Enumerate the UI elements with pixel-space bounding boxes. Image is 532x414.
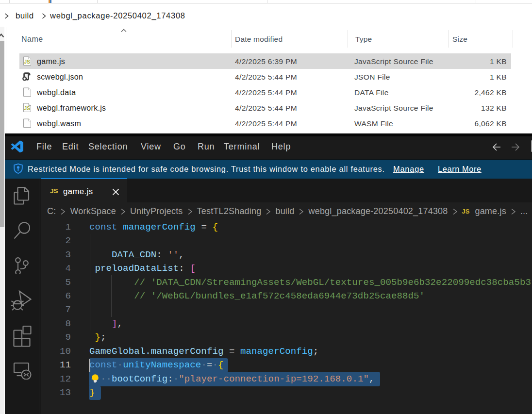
- svg-text:JS: JS: [24, 106, 31, 111]
- svg-text:JS: JS: [24, 59, 31, 65]
